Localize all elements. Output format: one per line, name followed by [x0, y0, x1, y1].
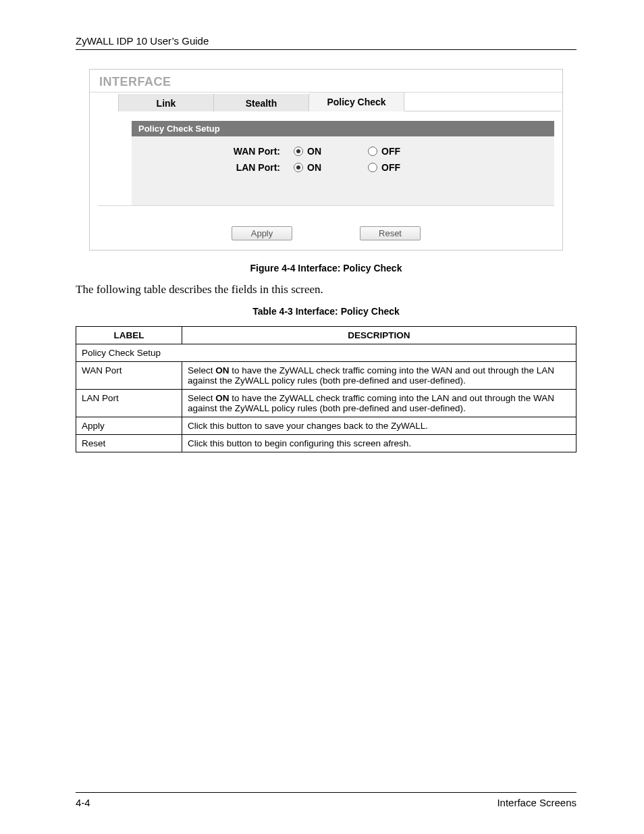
section-name: Interface Screens	[497, 797, 576, 808]
page-number: 4-4	[76, 797, 90, 808]
section-title: Policy Check Setup	[132, 121, 554, 136]
cell-desc: Click this button to save your changes b…	[182, 417, 576, 435]
figure-caption: Figure 4-4 Interface: Policy Check	[76, 263, 576, 273]
form-divider	[98, 205, 554, 206]
cell-desc: Select ON to have the ZyWALL check traff…	[182, 390, 576, 417]
footer-rule	[76, 792, 576, 793]
tab-stealth[interactable]: Stealth	[214, 94, 309, 111]
tab-policy-check[interactable]: Policy Check	[309, 93, 404, 111]
panel-title: INTERFACE	[90, 74, 562, 92]
radio-lan-on[interactable]: ON	[294, 162, 368, 173]
interface-panel: INTERFACE Link Stealth Policy Check Poli…	[89, 69, 563, 251]
radio-wan-on[interactable]: ON	[294, 146, 368, 157]
radio-on-label: ON	[307, 146, 321, 157]
form-area: WAN Port: ON OFF LAN Port:	[132, 136, 554, 205]
table-caption: Table 4-3 Interface: Policy Check	[76, 306, 576, 317]
radio-dot-icon	[294, 147, 303, 156]
th-desc: DESCRIPTION	[182, 327, 576, 344]
label-lan-port: LAN Port:	[152, 162, 294, 173]
row-wan-port: WAN Port: ON OFF	[152, 146, 534, 157]
radio-off-label: OFF	[381, 146, 400, 157]
cell-label: Apply	[76, 417, 182, 435]
table-section-row: Policy Check Setup	[76, 344, 576, 362]
cell-label: WAN Port	[76, 362, 182, 390]
tab-filler	[404, 110, 561, 111]
radio-lan-off[interactable]: OFF	[368, 162, 442, 173]
reset-button[interactable]: Reset	[360, 226, 421, 240]
radio-off-label: OFF	[381, 162, 400, 173]
cell-desc: Click this button to begin configuring t…	[182, 435, 576, 452]
apply-button[interactable]: Apply	[232, 226, 292, 240]
table-row: Reset Click this button to begin configu…	[76, 435, 576, 452]
radio-dot-icon	[294, 163, 303, 172]
cell-label: LAN Port	[76, 390, 182, 417]
cell-label: Reset	[76, 435, 182, 452]
table-row: Apply Click this button to save your cha…	[76, 417, 576, 435]
description-table: LABEL DESCRIPTION Policy Check Setup WAN…	[76, 326, 576, 452]
radio-dot-icon	[368, 147, 377, 156]
header-rule	[76, 49, 576, 50]
label-wan-port: WAN Port:	[152, 146, 294, 157]
row-lan-port: LAN Port: ON OFF	[152, 162, 534, 173]
page-footer: 4-4 Interface Screens	[76, 792, 576, 808]
tab-bar: Link Stealth Policy Check	[91, 93, 561, 111]
intro-text: The following table describes the fields…	[76, 283, 576, 296]
cell-desc: Select ON to have the ZyWALL check traff…	[182, 362, 576, 390]
radio-wan-off[interactable]: OFF	[368, 146, 442, 157]
radio-dot-icon	[368, 163, 377, 172]
th-label: LABEL	[76, 327, 182, 344]
table-row: LAN Port Select ON to have the ZyWALL ch…	[76, 390, 576, 417]
button-row: Apply Reset	[98, 226, 554, 240]
tab-link[interactable]: Link	[118, 94, 214, 111]
doc-header: ZyWALL IDP 10 User’s Guide	[76, 35, 576, 47]
table-row: WAN Port Select ON to have the ZyWALL ch…	[76, 362, 576, 390]
radio-on-label: ON	[307, 162, 321, 173]
